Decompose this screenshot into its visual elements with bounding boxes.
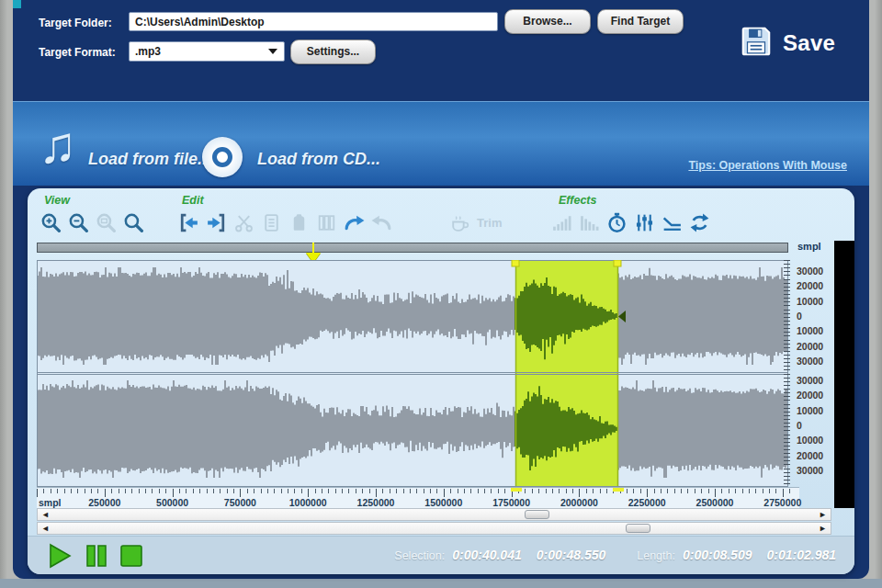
- cut-icon: [230, 209, 257, 236]
- scrollbar-thumb[interactable]: [525, 510, 549, 519]
- load-band: ♫ Load from file.. Load from CD... Tips:…: [13, 101, 869, 186]
- redo-icon[interactable]: [340, 209, 368, 236]
- target-format-label: Target Format:: [39, 46, 116, 59]
- selection-end-time: 0:00:48.550: [537, 548, 606, 562]
- scroll-left-icon[interactable]: ◄: [41, 524, 50, 534]
- ruler-major-ticks: [37, 489, 790, 497]
- load-from-file-button[interactable]: Load from file..: [88, 150, 207, 169]
- ruler-label: 500000: [156, 497, 188, 508]
- trim-label: Trim: [477, 216, 502, 230]
- zoom-selection-icon: [92, 209, 119, 236]
- editor-panel: View Edit Effects Trim smpl 300002000010…: [28, 188, 854, 574]
- titlebar-fragment: [13, 0, 21, 8]
- taskbar-strip: [0, 579, 882, 588]
- equalizer-icon[interactable]: [630, 209, 658, 236]
- stop-button[interactable]: [118, 543, 145, 569]
- ruler-label: 2250000: [628, 497, 666, 508]
- play-button[interactable]: [46, 543, 74, 569]
- amplitude-label: 0: [797, 311, 802, 322]
- pause-button[interactable]: [83, 543, 110, 569]
- view-toolbar: [37, 209, 147, 236]
- target-format-value: .mp3: [135, 45, 161, 58]
- load-from-cd-button[interactable]: Load from CD...: [257, 150, 380, 169]
- vertical-scrollbar[interactable]: [834, 241, 854, 508]
- save-icon: [739, 24, 774, 62]
- amplitude-label: 30000: [797, 266, 823, 277]
- save-button[interactable]: Save: [739, 24, 835, 62]
- paste-icon: [285, 209, 312, 236]
- browse-button[interactable]: Browse...: [504, 9, 591, 34]
- save-label: Save: [783, 30, 835, 56]
- effects-toolbar: [548, 209, 713, 236]
- amplitude-ruler-ticks: [784, 260, 790, 487]
- convert-icon[interactable]: [685, 209, 713, 236]
- fade-in-icon: [548, 209, 575, 236]
- toolbar-group-label-effects: Effects: [559, 194, 596, 207]
- selection-label: Selection:: [394, 549, 445, 562]
- target-format-select[interactable]: .mp3: [129, 41, 285, 62]
- tips-link[interactable]: Tips: Operations With Mouse: [688, 159, 847, 172]
- amplitude-label: 30000: [797, 465, 823, 476]
- selection-left-handle[interactable]: [512, 260, 519, 266]
- zoom-in-icon[interactable]: [37, 209, 64, 236]
- desktop-background: Target Folder: C:\Users\Admin\Desktop Br…: [0, 0, 882, 588]
- ruler-label: 2750000: [763, 497, 801, 508]
- ruler-label: 750000: [224, 497, 256, 508]
- selection-start-time: 0:00:40.041: [452, 548, 522, 562]
- amplitude-label: 30000: [797, 356, 823, 367]
- amplitude-label: 10000: [797, 435, 823, 446]
- amplitude-label: 10000: [797, 405, 823, 416]
- selection-end-ruler-marker[interactable]: [613, 488, 624, 492]
- trim-cup-icon[interactable]: [446, 209, 473, 236]
- amplitude-label: 10000: [797, 296, 823, 307]
- ruler-label: 1500000: [424, 497, 462, 508]
- chevron-down-icon: [268, 49, 277, 54]
- selection-start-icon[interactable]: [175, 209, 202, 236]
- ruler-label: 1000000: [289, 497, 327, 508]
- selection-right-handle[interactable]: [614, 260, 621, 266]
- length-value: 0:00:08.509: [683, 548, 752, 562]
- scroll-right-icon[interactable]: ►: [819, 510, 827, 520]
- selection-end-icon[interactable]: [202, 209, 230, 236]
- envelope-icon[interactable]: [658, 209, 685, 236]
- zoom-full-icon[interactable]: [119, 209, 147, 236]
- scroll-left-icon[interactable]: ◄: [41, 510, 50, 520]
- amplitude-label: 20000: [797, 450, 823, 461]
- amplitude-label: 20000: [797, 341, 823, 352]
- playhead-marker-line[interactable]: [312, 243, 314, 253]
- amplitude-label: 20000: [797, 280, 823, 291]
- delete-columns-icon: [312, 209, 340, 236]
- toolbar-group-label-edit: Edit: [182, 194, 204, 207]
- app-window: Target Folder: C:\Users\Admin\Desktop Br…: [13, 0, 869, 579]
- ruler-label: 2000000: [560, 497, 598, 508]
- horizontal-scrollbar-2[interactable]: ◄ ►: [37, 522, 831, 535]
- transport-bar: Selection: 0:00:40.041 0:00:48.550 Lengt…: [28, 536, 854, 574]
- sample-ruler: smpl 25000050000075000010000001250000150…: [37, 487, 799, 508]
- horizontal-scrollbar-1[interactable]: ◄ ►: [37, 508, 831, 521]
- amplitude-label: 0: [797, 420, 802, 431]
- target-folder-label: Target Folder:: [39, 17, 112, 29]
- ruler-label: 250000: [88, 497, 120, 508]
- selection-info: Selection: 0:00:40.041 0:00:48.550 Lengt…: [394, 548, 836, 562]
- target-folder-input[interactable]: C:\Users\Admin\Desktop: [129, 12, 498, 31]
- ruler-label: 1750000: [492, 497, 530, 508]
- undo-icon: [368, 209, 395, 236]
- toolbar-group-label-view: View: [44, 194, 70, 207]
- zoom-out-icon[interactable]: [64, 209, 92, 236]
- selection-start-ruler-marker[interactable]: [511, 488, 522, 492]
- total-length-value: 0:01:02.981: [766, 548, 836, 562]
- settings-button[interactable]: Settings...: [290, 40, 376, 64]
- timer-icon[interactable]: [603, 209, 630, 236]
- length-label: Length:: [637, 549, 675, 562]
- ruler-label: 1250000: [357, 497, 395, 508]
- amplitude-label: 30000: [797, 375, 823, 386]
- scroll-right-icon[interactable]: ►: [819, 524, 827, 534]
- scrollbar-thumb[interactable]: [626, 524, 650, 533]
- target-folder-value: C:\Users\Admin\Desktop: [135, 16, 265, 28]
- find-target-button[interactable]: Find Target: [597, 9, 684, 34]
- waveform-display[interactable]: [37, 260, 788, 487]
- copy-icon: [257, 209, 285, 236]
- ruler-unit-label: smpl: [39, 497, 62, 508]
- overview-position-bar[interactable]: [37, 243, 788, 253]
- amplitude-unit-label: smpl: [797, 241, 821, 252]
